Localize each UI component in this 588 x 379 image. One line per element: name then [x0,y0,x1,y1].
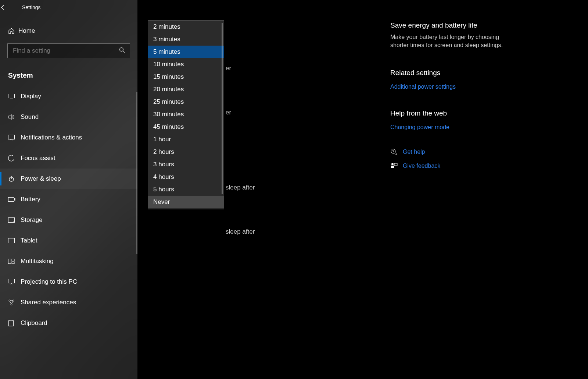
dropdown-option[interactable]: 45 minutes [148,121,224,133]
svg-point-15 [12,300,14,301]
sidebar-item-shared-experiences[interactable]: Shared experiences [0,292,137,313]
svg-text:?: ? [392,149,394,153]
svg-rect-3 [8,135,15,139]
time-dropdown[interactable]: 2 minutes 3 minutes 5 minutes 10 minutes… [148,20,224,209]
sidebar-item-label: Focus assist [21,155,55,162]
shared-icon [8,299,21,306]
sidebar-item-label: Display [21,93,41,100]
sidebar-item-power-sleep[interactable]: Power & sleep [0,169,137,189]
dropdown-option[interactable]: 5 hours [148,183,224,196]
svg-rect-9 [8,238,15,243]
svg-point-8 [13,221,14,222]
help-heading: Help from the web [390,109,508,117]
related-heading: Related settings [390,69,508,77]
svg-rect-23 [391,166,394,168]
home-label: Home [18,27,35,35]
arrow-left-icon [0,4,6,10]
svg-rect-5 [8,198,14,202]
sidebar-item-label: Storage [21,216,43,224]
svg-rect-24 [394,163,397,166]
dropdown-scrollbar[interactable] [222,23,223,194]
sidebar-item-multitasking[interactable]: Multitasking [0,251,137,272]
sidebar-item-label: Clipboard [21,319,47,327]
sidebar-item-sound[interactable]: Sound [0,107,137,127]
sidebar-item-storage[interactable]: Storage [0,210,137,230]
display-icon [8,94,21,99]
svg-rect-7 [8,218,15,223]
dropdown-option[interactable]: 2 minutes [148,21,224,33]
dropdown-option[interactable]: 10 minutes [148,58,224,71]
sleep-plugged-text: sleep after [226,228,255,235]
titlebar: Settings [0,0,588,15]
dropdown-option[interactable]: 20 minutes [148,83,224,96]
sound-icon [8,114,21,120]
sidebar-item-display[interactable]: Display [0,86,137,107]
svg-rect-12 [12,262,14,264]
svg-rect-17 [9,320,14,326]
svg-rect-6 [14,198,15,201]
svg-point-1 [120,48,123,52]
feedback-icon [390,162,403,170]
get-help-link[interactable]: Get help [403,149,425,155]
dropdown-option-selected[interactable]: 5 minutes [148,46,224,58]
sidebar-item-projecting[interactable]: Projecting to this PC [0,272,137,292]
multitasking-icon [8,259,21,264]
dropdown-option-hover[interactable]: Never [148,196,224,208]
svg-rect-2 [8,94,15,98]
dropdown-option[interactable]: 30 minutes [148,108,224,121]
dropdown-option[interactable]: 3 hours [148,158,224,171]
category-heading: System [0,63,137,86]
sidebar-item-notifications[interactable]: Notifications & actions [0,127,137,148]
additional-power-link[interactable]: Additional power settings [390,84,456,90]
give-feedback-row[interactable]: Give feedback [390,162,508,170]
screen-battery-text: er [226,65,255,72]
changing-power-mode-link[interactable]: Changing power mode [390,124,449,131]
notifications-icon [8,135,21,141]
sidebar-item-label: Shared experiences [21,299,76,306]
dropdown-option[interactable]: 4 hours [148,171,224,183]
screen-plugged-text: er [226,109,255,116]
sidebar-item-clipboard[interactable]: Clipboard [0,313,137,333]
dropdown-option[interactable]: 15 minutes [148,71,224,83]
sidebar-item-focus-assist[interactable]: Focus assist [0,148,137,169]
sidebar-item-battery[interactable]: Battery [0,189,137,210]
projecting-icon [8,279,21,285]
battery-icon [8,197,21,202]
home-icon [8,28,18,34]
sidebar-item-label: Power & sleep [21,175,61,183]
tablet-icon [8,238,21,243]
sidebar-item-label: Tablet [21,237,37,244]
sidebar-item-label: Projecting to this PC [21,278,77,286]
dropdown-option[interactable]: 3 minutes [148,33,224,46]
get-help-row[interactable]: ? Get help [390,148,508,156]
dropdown-option[interactable]: 25 minutes [148,96,224,108]
search-input[interactable] [7,43,130,58]
search-container [0,39,137,63]
window-title: Settings [18,4,41,10]
focus-assist-icon [8,155,21,162]
home-button[interactable]: Home [0,23,137,39]
svg-rect-11 [12,259,14,261]
sidebar-item-label: Multitasking [21,258,54,265]
sidebar: Home System Display Sound Notifications … [0,0,137,379]
right-column: Save energy and battery life Make your b… [390,21,508,170]
energy-body: Make your battery last longer by choosin… [390,33,508,50]
nav-list: Display Sound Notifications & actions Fo… [0,86,137,333]
energy-heading: Save energy and battery life [390,21,508,29]
svg-point-22 [391,163,394,165]
svg-point-21 [395,153,397,155]
power-icon [8,176,21,182]
sleep-battery-text: sleep after [226,184,255,191]
dropdown-option[interactable]: 1 hour [148,133,224,146]
sidebar-item-tablet[interactable]: Tablet [0,230,137,251]
svg-rect-13 [8,279,15,283]
sidebar-item-label: Notifications & actions [21,134,82,141]
help-icon: ? [390,148,403,156]
dropdown-option[interactable]: 2 hours [148,146,224,158]
give-feedback-link[interactable]: Give feedback [403,163,440,169]
svg-rect-10 [8,259,11,264]
sidebar-item-label: Battery [21,196,40,203]
sidebar-item-label: Sound [21,113,39,121]
svg-point-16 [11,304,12,305]
back-button[interactable] [0,4,18,10]
